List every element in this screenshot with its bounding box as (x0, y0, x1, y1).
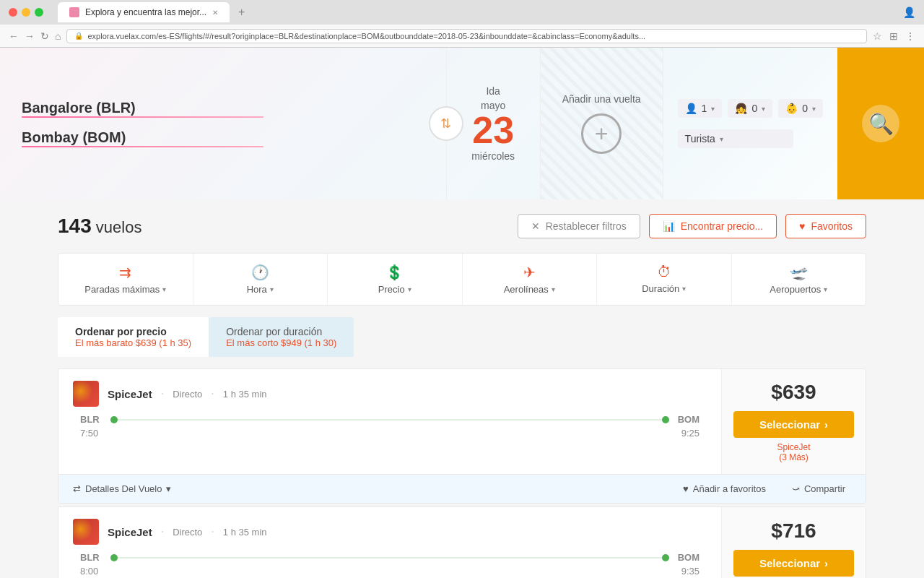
destination-field[interactable]: Bombay (BOM) (22, 129, 424, 147)
depart-time-2: 8:00 (80, 566, 98, 577)
date-weekday: miércoles (471, 150, 515, 162)
time-chevron: ▾ (270, 285, 274, 293)
adult-icon: 👤 (685, 103, 697, 114)
filter-stops[interactable]: ⇉ Paradas máximas ▾ (58, 254, 193, 305)
filter-airports[interactable]: 🛫 Aeropuertos ▾ (732, 254, 866, 305)
cabin-class-dropdown[interactable]: Turista ▾ (678, 129, 793, 148)
date-day: 23 (472, 111, 514, 149)
cabin-row: Turista ▾ (678, 129, 823, 148)
results-number: 143 (58, 215, 92, 237)
sort-by-duration-tab[interactable]: Ordenar por duración El más corto $949 (… (209, 317, 354, 357)
depart-time-1: 7:50 (80, 428, 98, 439)
forward-btn[interactable]: → (25, 30, 35, 42)
search-bar: Bangalore (BLR) Bombay (BOM) ⇅ Ida mayo … (0, 48, 924, 199)
menu-icon[interactable]: ⋮ (905, 30, 915, 42)
add-return-button[interactable]: + (581, 113, 622, 154)
user-icon: 👤 (903, 7, 915, 18)
filter-price[interactable]: 💲 Precio ▾ (328, 254, 463, 305)
origin-destination-section: Bangalore (BLR) Bombay (BOM) ⇅ (0, 48, 446, 199)
home-btn[interactable]: ⌂ (55, 30, 61, 42)
minimize-window-btn[interactable] (22, 8, 30, 17)
date-label: Ida (486, 85, 500, 97)
flight-info-1: SpiceJet · Directo · 1 h 35 min BLR BOM … (58, 369, 721, 474)
url-text: explora.vuelax.com/es-ES/flights/#/resul… (87, 32, 645, 40)
airline-row-2: SpiceJet · Directo · 1 h 35 min (73, 519, 707, 545)
flight-card-2: SpiceJet · Directo · 1 h 35 min BLR BOM … (58, 506, 866, 578)
spicejet-logo-1 (73, 381, 99, 407)
adults-dropdown[interactable]: 👤 1 ▾ (678, 99, 723, 118)
reset-label: Restablecer filtros (546, 220, 627, 232)
details-label-1: Detalles Del Vuelo (85, 483, 162, 494)
details-chevron-1: ▾ (166, 483, 171, 494)
results-suffix: vuelos (96, 218, 142, 236)
filter-time[interactable]: 🕐 Hora ▾ (193, 254, 328, 305)
airports-chevron: ▾ (824, 285, 827, 293)
reset-filters-button[interactable]: ✕ Restablecer filtros (518, 214, 640, 238)
infants-dropdown[interactable]: 👶 0 ▾ (778, 99, 823, 118)
select-label-1: Seleccionar (759, 418, 820, 431)
tab-close-btn[interactable]: ✕ (212, 9, 218, 17)
sort-by-price-tab[interactable]: Ordenar por precio El más barato $639 (1… (58, 317, 209, 357)
tab-favicon (69, 7, 79, 17)
adults-row: 👤 1 ▾ 👧 0 ▾ 👶 0 ▾ (678, 99, 823, 118)
address-bar: ← → ↻ ⌂ 🔒 explora.vuelax.com/es-ES/fligh… (0, 25, 924, 48)
swap-button[interactable]: ⇅ (429, 106, 463, 141)
share-btn-1[interactable]: ⤻ Compartir (786, 480, 851, 497)
add-favorites-btn-1[interactable]: ♥ Añadir a favoritos (677, 480, 772, 497)
heart-footer-icon-1: ♥ (683, 483, 689, 494)
price-chevron: ▾ (408, 285, 411, 293)
share-icon-1: ⤻ (792, 483, 800, 494)
flight-type-2: Directo (173, 527, 202, 538)
origin-city[interactable]: Bangalore (BLR) (22, 100, 424, 116)
maximize-window-btn[interactable] (35, 8, 43, 17)
sort-price-label: Ordenar por precio (75, 326, 191, 337)
details-btn-1[interactable]: ⇄ Detalles Del Vuelo ▾ (73, 480, 171, 497)
share-label-1: Compartir (804, 483, 845, 494)
duration-chevron: ▾ (682, 285, 686, 293)
stops-chevron: ▾ (162, 285, 166, 293)
sort-price-sublabel: El más barato $639 (1 h 35) (75, 337, 191, 348)
select-arrow-1: › (824, 418, 828, 431)
flight-duration-1: 1 h 35 min (223, 389, 267, 400)
select-btn-2[interactable]: Seleccionar › (733, 550, 854, 577)
filter-duration[interactable]: ⏱ Duración ▾ (597, 254, 732, 305)
active-tab[interactable]: Explora y encuentra las mejor... ✕ (58, 2, 230, 22)
origin-field[interactable]: Bangalore (BLR) (22, 100, 424, 118)
infants-chevron: ▾ (812, 105, 816, 113)
back-btn[interactable]: ← (9, 30, 19, 42)
adults-count: 1 (702, 103, 707, 114)
airports-icon: 🛫 (790, 264, 808, 281)
cabin-class-label: Turista (685, 133, 715, 144)
depart-dot-1 (110, 416, 118, 423)
filter-bar: ⇉ Paradas máximas ▾ 🕐 Hora ▾ 💲 Precio ▾ … (58, 253, 866, 306)
url-bar[interactable]: 🔒 explora.vuelax.com/es-ES/flights/#/res… (66, 29, 867, 43)
search-icon: 🔍 (862, 105, 899, 142)
infants-count: 0 (802, 103, 808, 114)
refresh-btn[interactable]: ↻ (40, 30, 49, 42)
spicejet-logo-2 (73, 519, 99, 545)
airline-row-1: SpiceJet · Directo · 1 h 35 min (73, 381, 707, 407)
find-price-button[interactable]: 📊 Encontrar precio... (649, 214, 777, 238)
select-btn-1[interactable]: Seleccionar › (733, 411, 854, 438)
arrive-time-2: 9:35 (681, 566, 699, 577)
reset-icon: ✕ (531, 220, 540, 232)
search-button[interactable]: 🔍 (837, 48, 924, 199)
children-chevron: ▾ (762, 105, 765, 113)
filter-airlines[interactable]: ✈ Aerolíneas ▾ (463, 254, 598, 305)
flight-timeline-1: BLR BOM (73, 414, 707, 425)
return-date-section[interactable]: Añadir una vuelta + (540, 48, 663, 199)
airline-name-col-1: SpiceJet (3 Más) (777, 442, 810, 462)
airlines-icon: ✈ (523, 264, 536, 281)
sort-duration-sublabel: El más corto $949 (1 h 30) (226, 337, 336, 348)
results-header: 143 vuelos ✕ Restablecer filtros 📊 Encon… (58, 214, 866, 238)
extensions-icon[interactable]: ⊞ (889, 30, 898, 42)
nav-buttons: ← → ↻ ⌂ (9, 30, 61, 42)
flight-timeline-2: BLR BOM (73, 552, 707, 563)
destination-city[interactable]: Bombay (BOM) (22, 129, 424, 146)
close-window-btn[interactable] (9, 8, 17, 17)
bookmark-icon[interactable]: ☆ (873, 30, 882, 42)
new-tab-btn[interactable]: + (232, 2, 250, 22)
favorites-button[interactable]: ♥ Favoritos (785, 214, 866, 238)
browser-actions: 👤 (903, 7, 915, 18)
children-dropdown[interactable]: 👧 0 ▾ (728, 99, 772, 118)
